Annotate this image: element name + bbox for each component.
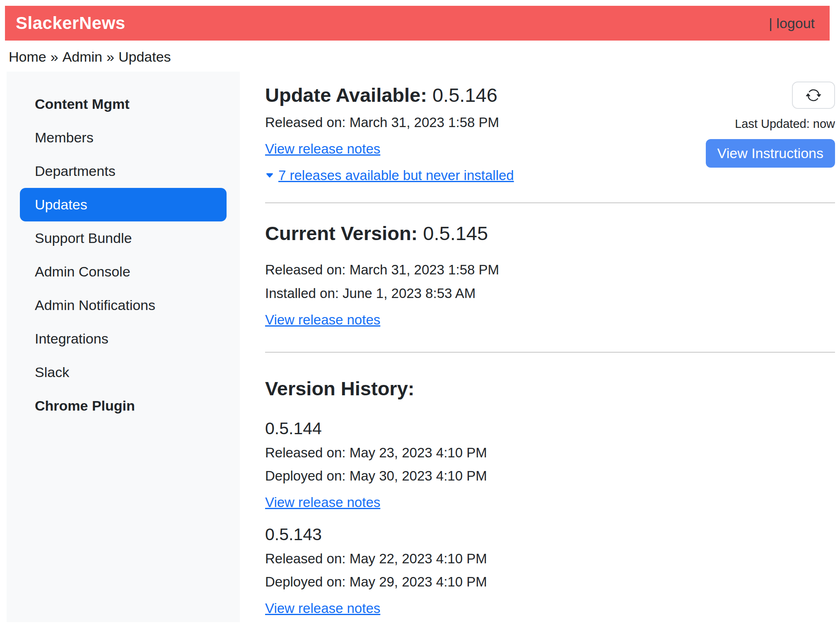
sidebar-item-content-mgmt[interactable]: Content Mgmt bbox=[20, 87, 227, 121]
view-instructions-button[interactable]: View Instructions bbox=[706, 139, 835, 168]
update-release-notes-link[interactable]: View release notes bbox=[265, 139, 380, 159]
releases-toggle-row: 7 releases available but never installed bbox=[265, 168, 835, 183]
breadcrumb: Home»Admin»Updates bbox=[9, 49, 840, 65]
sidebar-item-departments[interactable]: Departments bbox=[20, 154, 227, 188]
history-release-notes-link[interactable]: View release notes bbox=[265, 599, 380, 618]
caret-down-icon bbox=[265, 171, 274, 180]
history-deployed-on: Deployed on: May 30, 2023 4:10 PM bbox=[265, 466, 835, 486]
app-header: SlackerNews | logout bbox=[5, 6, 830, 41]
history-version-number: 0.5.143 bbox=[265, 525, 835, 544]
status-panel: Last Updated: now View Instructions bbox=[706, 82, 835, 168]
update-available-version: 0.5.146 bbox=[432, 84, 497, 106]
divider bbox=[265, 352, 835, 353]
sidebar-item-members[interactable]: Members bbox=[20, 121, 227, 154]
refresh-button[interactable] bbox=[792, 82, 835, 109]
sidebar-item-updates[interactable]: Updates bbox=[20, 188, 227, 221]
releases-toggle-link[interactable]: 7 releases available but never installed bbox=[265, 168, 514, 183]
current-released-on: Released on: March 31, 2023 1:58 PM bbox=[265, 260, 835, 279]
sidebar-item-admin-notifications[interactable]: Admin Notifications bbox=[20, 288, 227, 322]
current-version-heading: Current Version: 0.5.145 bbox=[265, 222, 835, 245]
current-installed-on: Installed on: June 1, 2023 8:53 AM bbox=[265, 284, 835, 303]
version-history-entry: 0.5.143 Released on: May 22, 2023 4:10 P… bbox=[265, 525, 835, 622]
sidebar-item-support-bundle[interactable]: Support Bundle bbox=[20, 221, 227, 255]
app-title[interactable]: SlackerNews bbox=[16, 13, 126, 33]
update-available-label: Update Available: bbox=[265, 84, 427, 106]
version-history-section: Version History: 0.5.144 Released on: Ma… bbox=[265, 377, 835, 621]
logout-link[interactable]: | logout bbox=[769, 15, 815, 31]
history-version-number: 0.5.144 bbox=[265, 419, 835, 438]
history-released-on: Released on: May 23, 2023 4:10 PM bbox=[265, 443, 835, 462]
sidebar-item-chrome-plugin[interactable]: Chrome Plugin bbox=[20, 389, 227, 423]
current-version-section: Current Version: 0.5.145 Released on: Ma… bbox=[265, 222, 835, 333]
sidebar-item-admin-console[interactable]: Admin Console bbox=[20, 255, 227, 288]
divider bbox=[265, 202, 835, 203]
sidebar-item-slack[interactable]: Slack bbox=[20, 356, 227, 389]
current-release-notes-link[interactable]: View release notes bbox=[265, 310, 380, 329]
current-version-label: Current Version: bbox=[265, 222, 418, 244]
breadcrumb-admin[interactable]: Admin bbox=[63, 49, 102, 65]
releases-toggle-label: 7 releases available but never installed bbox=[278, 168, 514, 183]
refresh-icon bbox=[806, 87, 821, 103]
version-history-heading: Version History: bbox=[265, 377, 835, 400]
history-released-on: Released on: May 22, 2023 4:10 PM bbox=[265, 549, 835, 568]
main-content: Last Updated: now View Instructions Upda… bbox=[265, 72, 835, 625]
layout: Content Mgmt Members Departments Updates… bbox=[0, 72, 840, 625]
current-version-number: 0.5.145 bbox=[423, 222, 488, 244]
breadcrumb-separator: » bbox=[51, 49, 58, 65]
version-history-entry: 0.5.144 Released on: May 23, 2023 4:10 P… bbox=[265, 419, 835, 516]
breadcrumb-home[interactable]: Home bbox=[9, 49, 46, 65]
history-deployed-on: Deployed on: May 29, 2023 4:10 PM bbox=[265, 572, 835, 591]
breadcrumb-separator: » bbox=[106, 49, 114, 65]
last-updated-label: Last Updated: now bbox=[735, 117, 835, 131]
breadcrumb-updates[interactable]: Updates bbox=[118, 49, 171, 65]
sidebar: Content Mgmt Members Departments Updates… bbox=[7, 72, 240, 622]
history-release-notes-link[interactable]: View release notes bbox=[265, 493, 380, 512]
sidebar-item-integrations[interactable]: Integrations bbox=[20, 322, 227, 356]
